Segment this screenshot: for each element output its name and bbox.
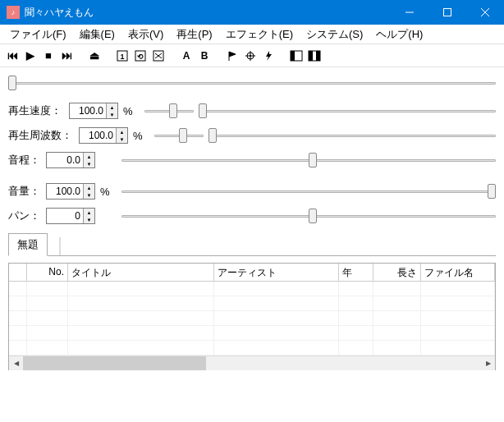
minimize-button[interactable] [391, 0, 428, 25]
menu-effect[interactable]: エフェクト(E) [219, 25, 300, 44]
table-row [9, 296, 495, 311]
volume-label: 音量： [8, 184, 43, 199]
tab-add-handle[interactable] [59, 237, 61, 255]
view-mode-a-icon[interactable] [289, 48, 304, 63]
pitch-slider[interactable] [121, 153, 496, 167]
svg-text:⟲: ⟲ [137, 53, 144, 61]
view-mode-b-icon[interactable] [307, 48, 322, 63]
scroll-thumb[interactable] [23, 356, 206, 370]
prev-track-icon[interactable]: ⏮ [5, 48, 20, 63]
percent-label: % [123, 105, 136, 117]
speed-fine-slider[interactable] [144, 103, 194, 118]
pitch-down-button[interactable]: ▼ [83, 160, 94, 167]
col-checkbox[interactable] [9, 264, 27, 282]
menu-edit[interactable]: 編集(E) [73, 25, 121, 44]
speed-spinner[interactable]: ▲▼ [69, 103, 118, 119]
stop-icon[interactable]: ■ [41, 48, 56, 63]
percent-label: % [100, 186, 113, 198]
col-length[interactable]: 長さ [373, 264, 421, 282]
pan-spinner[interactable]: ▲▼ [46, 208, 95, 224]
window-title: 聞々ハヤえもん [25, 6, 391, 20]
play-icon[interactable]: ▶ [23, 48, 38, 63]
app-icon: ♪ [7, 6, 20, 19]
volume-up-button[interactable]: ▲ [83, 184, 94, 191]
shuffle-icon[interactable] [151, 48, 166, 63]
speed-label: 再生速度： [8, 103, 66, 118]
svg-rect-16 [309, 51, 313, 61]
svg-rect-17 [316, 51, 320, 61]
pan-input[interactable] [47, 210, 83, 222]
pitch-spinner[interactable]: ▲▼ [46, 152, 95, 168]
volume-slider[interactable] [121, 184, 496, 199]
speed-slider[interactable] [199, 103, 496, 118]
col-title[interactable]: タイトル [68, 264, 214, 282]
pan-down-button[interactable]: ▼ [83, 216, 94, 223]
grid-header: No. タイトル アーティスト 年 長さ ファイル名 [9, 264, 495, 282]
marker-a-button[interactable]: A [179, 48, 194, 63]
playlist-grid: No. タイトル アーティスト 年 長さ ファイル名 ◀ ▶ [8, 263, 496, 370]
table-row [9, 282, 495, 296]
volume-input[interactable] [47, 186, 83, 197]
eject-icon[interactable]: ⏏ [87, 48, 102, 63]
percent-label: % [133, 130, 146, 142]
grid-body[interactable] [9, 282, 495, 355]
main-window: ♪ 聞々ハヤえもん ファイル(F) 編集(E) 表示(V) 再生(P) エフェク… [0, 0, 504, 422]
volume-down-button[interactable]: ▼ [83, 191, 94, 199]
toolbar: ⏮ ▶ ■ ⏭ ⏏ 1 ⟲ A B [0, 44, 504, 67]
freq-down-button[interactable]: ▼ [116, 135, 127, 143]
speed-down-button[interactable]: ▼ [106, 111, 117, 118]
menu-file[interactable]: ファイル(F) [3, 25, 73, 44]
scroll-right-icon[interactable]: ▶ [481, 356, 495, 370]
table-row [9, 341, 495, 355]
col-file[interactable]: ファイル名 [421, 264, 495, 282]
position-slider[interactable] [8, 76, 496, 90]
pan-slider[interactable] [121, 209, 496, 223]
target-icon[interactable] [243, 48, 258, 63]
maximize-button[interactable] [428, 0, 466, 25]
horizontal-scrollbar[interactable]: ◀ ▶ [9, 355, 495, 369]
menu-view[interactable]: 表示(V) [121, 25, 170, 44]
tab-untitled[interactable]: 無題 [8, 233, 48, 256]
svg-rect-14 [291, 51, 295, 61]
svg-rect-1 [444, 9, 451, 16]
marker-b-button[interactable]: B [197, 48, 212, 63]
speed-up-button[interactable]: ▲ [106, 103, 117, 111]
col-artist[interactable]: アーティスト [214, 264, 339, 282]
col-year[interactable]: 年 [339, 264, 373, 282]
repeat-one-icon[interactable]: 1 [115, 48, 130, 63]
freq-input[interactable] [80, 130, 116, 141]
pitch-up-button[interactable]: ▲ [83, 153, 94, 160]
table-row [9, 311, 495, 326]
next-track-icon[interactable]: ⏭ [59, 48, 74, 63]
volume-spinner[interactable]: ▲▼ [46, 183, 95, 200]
pitch-label: 音程： [8, 153, 43, 167]
freq-slider[interactable] [208, 128, 496, 143]
scroll-left-icon[interactable]: ◀ [9, 356, 23, 370]
bolt-icon[interactable] [261, 48, 276, 63]
playlist-tabs: 無題 [8, 235, 496, 256]
pitch-input[interactable] [47, 154, 83, 166]
close-button[interactable] [466, 0, 504, 25]
col-no[interactable]: No. [27, 264, 68, 282]
svg-text:1: 1 [120, 53, 124, 61]
menubar: ファイル(F) 編集(E) 表示(V) 再生(P) エフェクト(E) システム(… [0, 25, 504, 44]
menu-help[interactable]: ヘルプ(H) [369, 25, 429, 44]
table-row [9, 326, 495, 341]
freq-fine-slider[interactable] [154, 128, 204, 143]
titlebar: ♪ 聞々ハヤえもん [0, 0, 504, 25]
pan-up-button[interactable]: ▲ [83, 209, 94, 216]
pan-label: パン： [8, 209, 43, 223]
flag-icon[interactable] [225, 48, 240, 63]
freq-up-button[interactable]: ▲ [116, 128, 127, 135]
menu-play[interactable]: 再生(P) [170, 25, 218, 44]
menu-system[interactable]: システム(S) [300, 25, 369, 44]
repeat-all-icon[interactable]: ⟲ [133, 48, 148, 63]
freq-spinner[interactable]: ▲▼ [79, 127, 128, 144]
speed-input[interactable] [70, 105, 106, 117]
freq-label: 再生周波数： [8, 128, 76, 143]
